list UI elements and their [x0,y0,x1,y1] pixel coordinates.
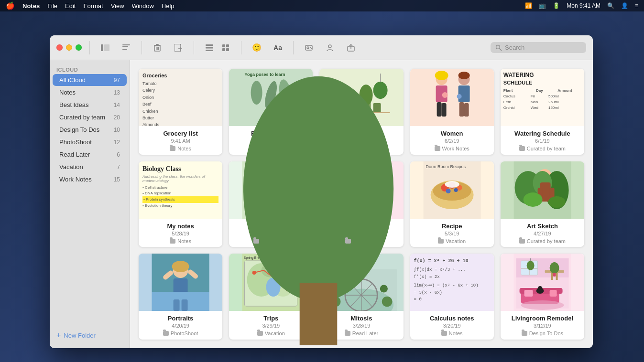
notes-grid: Groceries TomatoCeleryOnionBeefChicken B… [130,60,593,348]
menu-help[interactable]: Help [162,2,175,10]
folder-icon [522,331,527,336]
wifi-icon: 📶 [525,2,532,9]
search-menubar-icon[interactable]: 🔍 [607,2,614,9]
menubar-left: 🍎 Notes File Edit Format View Window Hel… [6,1,175,10]
folder-icon [163,331,169,336]
apple-logo-icon[interactable]: 🍎 [6,1,15,10]
folder-icon [345,331,350,336]
folder-icon [519,146,525,151]
folder-icon [345,239,351,244]
menubar-right: 📶 📺 🔋 Mon 9:41 AM 🔍 👤 ≡ [525,2,638,9]
folder-icon [170,239,175,244]
menu-edit[interactable]: Edit [65,2,76,10]
folder-icon [257,331,263,336]
app-window: 🙂 Aa [50,35,593,348]
battery-icon: 🔋 [553,2,560,9]
menubar: 🍎 Notes File Edit Format View Window Hel… [0,0,644,11]
menu-window[interactable]: Window [132,2,154,10]
menu-format[interactable]: Format [83,2,103,10]
note-thumbnail: WATERING SCHEDULE PlantDayAmount CactusF… [501,69,584,126]
menu-notes[interactable]: Notes [22,2,40,10]
note-card-watering-schedule[interactable]: WATERING SCHEDULE PlantDayAmount CactusF… [501,69,584,155]
content-area: iCloud All iCloud 97 Notes 13 Best Ideas… [50,60,593,348]
user-icon[interactable]: 👤 [621,2,628,9]
menu-icon[interactable]: ≡ [635,2,638,9]
folder-icon [253,239,259,244]
folder-icon [519,239,525,244]
menu-file[interactable]: File [47,2,57,10]
folder-icon [438,239,444,244]
folder-icon [441,331,447,336]
airplay-icon: 📺 [539,2,546,9]
clock: Mon 9:41 AM [567,2,600,9]
menu-view[interactable]: View [111,2,124,10]
